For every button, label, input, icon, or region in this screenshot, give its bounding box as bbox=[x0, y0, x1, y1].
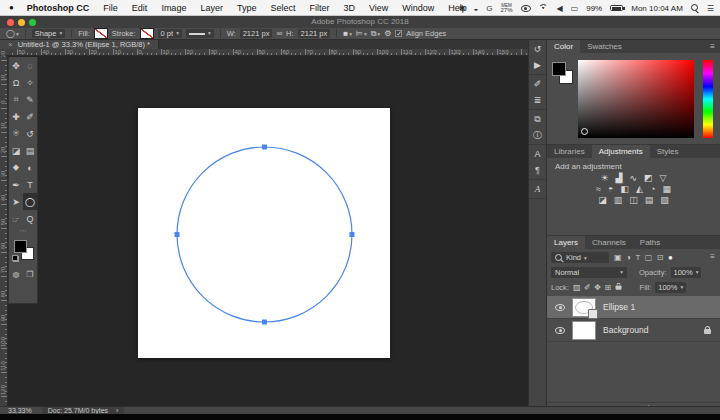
fill-swatch[interactable] bbox=[94, 28, 108, 39]
filter-smart-object-icon[interactable]: ⊡ bbox=[657, 253, 664, 262]
tab-color[interactable]: Color bbox=[547, 40, 580, 53]
move-tool[interactable]: ✥ bbox=[9, 57, 23, 74]
pasteboard[interactable] bbox=[8, 56, 528, 406]
menu-view[interactable]: View bbox=[362, 3, 395, 13]
menu-image[interactable]: Image bbox=[154, 3, 193, 13]
blend-mode-select[interactable]: Normal ▾ bbox=[551, 267, 627, 278]
eyedropper-tool[interactable]: ✎ bbox=[23, 91, 37, 108]
filter-adjustment-icon[interactable]: ◑ bbox=[626, 253, 631, 262]
path-alignment-button[interactable]: ⊨▾ bbox=[356, 29, 367, 38]
clone-source-panel-button[interactable]: ⧉ bbox=[529, 111, 546, 127]
path-arrangement-button[interactable]: ⧉▾ bbox=[371, 29, 380, 39]
tab-paths[interactable]: Paths bbox=[633, 236, 667, 249]
notification-center-icon[interactable]: ☰ bbox=[707, 4, 714, 13]
quick-mask-button[interactable]: ◍ bbox=[12, 270, 19, 279]
elliptical-marquee-tool[interactable]: ◌ bbox=[23, 57, 37, 74]
ellipse-shape[interactable] bbox=[138, 108, 390, 358]
path-selection-tool[interactable]: ➤ bbox=[9, 193, 23, 210]
hue-slider[interactable] bbox=[703, 60, 713, 138]
lock-all-icon[interactable] bbox=[615, 285, 621, 289]
crop-tool[interactable]: ⌗ bbox=[9, 91, 23, 108]
pen-tool[interactable]: ✒ bbox=[9, 176, 23, 193]
channel-mixer-adjustment-button[interactable]: ◔ bbox=[650, 184, 655, 195]
tab-adjustments[interactable]: Adjustments bbox=[592, 145, 650, 158]
tab-styles[interactable]: Styles bbox=[650, 145, 686, 158]
camera-status-icon[interactable] bbox=[521, 5, 531, 12]
lock-transparency-icon[interactable]: ▨ bbox=[573, 283, 581, 292]
menu-edit[interactable]: Edit bbox=[125, 3, 155, 13]
lock-paint-icon[interactable]: ✐ bbox=[584, 283, 591, 292]
lock-artboard-icon[interactable]: ⊞ bbox=[604, 283, 611, 292]
black-white-adjustment-button[interactable]: ◧ bbox=[621, 184, 630, 195]
edit-toolbar-button[interactable]: ⋯ bbox=[9, 227, 37, 235]
menu-filter[interactable]: Filter bbox=[302, 3, 336, 13]
layer-thumbnail[interactable] bbox=[572, 298, 596, 317]
exposure-adjustment-button[interactable]: ◩ bbox=[644, 173, 653, 184]
battery-icon[interactable] bbox=[610, 5, 623, 11]
type-tool[interactable]: T bbox=[23, 176, 37, 193]
history-panel-button[interactable]: ↺ bbox=[529, 41, 546, 57]
character-panel-button[interactable]: A bbox=[529, 146, 546, 162]
info-panel-button[interactable]: ⓘ bbox=[529, 127, 546, 143]
clone-stamp-tool[interactable]: ⍟ bbox=[9, 125, 23, 142]
status-app-icon-2[interactable]: ◒ bbox=[473, 4, 478, 13]
anchor-left[interactable] bbox=[175, 232, 180, 237]
glyphs-panel-button[interactable]: A bbox=[529, 181, 546, 197]
layer-row-background[interactable]: Background bbox=[547, 319, 720, 342]
blur-tool[interactable]: ⬥ bbox=[9, 159, 23, 176]
document-size-indicator[interactable]: Doc: 25.7M/0 bytes › bbox=[42, 407, 125, 414]
shape-height-input[interactable]: 2121 px bbox=[298, 29, 331, 38]
screen-mode-button[interactable]: ❐ bbox=[26, 270, 33, 279]
stroke-type-select[interactable]: ▾ bbox=[186, 29, 214, 38]
brushes-panel-button[interactable]: ≣ bbox=[529, 92, 546, 108]
anchor-bottom[interactable] bbox=[262, 320, 267, 325]
hue-saturation-adjustment-button[interactable]: ≈ bbox=[596, 184, 601, 195]
tab-channels[interactable]: Channels bbox=[585, 236, 633, 249]
ruler-horizontal[interactable]: 5040302010010203040506070809010011012013… bbox=[8, 49, 528, 56]
tool-preset-picker[interactable]: ◯ ▾ bbox=[6, 29, 19, 38]
visibility-toggle[interactable] bbox=[555, 327, 565, 334]
zoom-level[interactable]: 33.33% bbox=[8, 407, 32, 414]
saturation-brightness-field[interactable] bbox=[578, 60, 694, 138]
color-balance-adjustment-button[interactable]: ◓ bbox=[608, 184, 613, 195]
spotlight-icon[interactable] bbox=[691, 4, 699, 12]
color-lookup-adjustment-button[interactable]: ▦ bbox=[662, 184, 671, 195]
chevron-right-icon[interactable]: › bbox=[116, 407, 118, 414]
lock-position-icon[interactable]: ✥ bbox=[594, 283, 601, 292]
photo-filter-adjustment-button[interactable]: ◭ bbox=[636, 184, 643, 195]
filter-toggle-icon[interactable]: ● bbox=[668, 253, 673, 262]
opacity-select[interactable]: 100% ▾ bbox=[671, 267, 702, 278]
quick-selection-tool[interactable]: ✧ bbox=[23, 74, 37, 91]
align-edges-checkbox[interactable] bbox=[395, 30, 402, 37]
actions-panel-button[interactable]: ▶ bbox=[529, 57, 546, 73]
menu-photoshop-cc[interactable]: Photoshop CC bbox=[20, 3, 97, 13]
geometry-options-button[interactable]: ⚙ bbox=[384, 29, 391, 38]
color-fg-bg-swatches[interactable] bbox=[552, 62, 574, 84]
tab-layers[interactable]: Layers bbox=[547, 236, 585, 249]
status-app-icon-3[interactable]: G bbox=[486, 4, 492, 13]
status-app-icon-1[interactable]: ✱ bbox=[459, 4, 466, 13]
ruler-vertical[interactable]: 20100102030405060708090100110120 bbox=[0, 56, 8, 406]
menu-3d[interactable]: 3D bbox=[336, 3, 362, 13]
invert-adjustment-button[interactable]: ◪ bbox=[598, 195, 607, 206]
color-cursor[interactable] bbox=[581, 128, 588, 135]
panel-menu-icon[interactable]: ≡ bbox=[710, 40, 715, 53]
dodge-tool[interactable]: ◐ bbox=[23, 159, 37, 176]
filter-kind-select[interactable]: Kind ▾ bbox=[551, 252, 609, 263]
layer-row-ellipse-1[interactable]: Ellipse 1 bbox=[547, 296, 720, 319]
zoom-tool[interactable]: Q bbox=[23, 210, 37, 227]
path-operations-button[interactable]: ■▾ bbox=[343, 29, 352, 38]
tool-mode-select[interactable]: Shape ▾ bbox=[32, 29, 65, 38]
vibrance-adjustment-button[interactable]: ▽ bbox=[660, 173, 667, 184]
foreground-color-swatch[interactable] bbox=[14, 240, 27, 253]
brush-tool[interactable]: ✐ bbox=[23, 108, 37, 125]
lasso-tool[interactable]: Ω bbox=[9, 74, 23, 91]
anchor-top[interactable] bbox=[262, 145, 267, 150]
brightness-contrast-adjustment-button[interactable]: ☀ bbox=[601, 173, 609, 184]
canvas[interactable] bbox=[138, 108, 390, 358]
threshold-adjustment-button[interactable]: ◫ bbox=[629, 195, 638, 206]
stroke-width-select[interactable]: 0 pt ▾ bbox=[158, 29, 182, 38]
paragraph-panel-button[interactable]: ¶ bbox=[529, 162, 546, 178]
volume-icon[interactable]: ◀ bbox=[557, 4, 563, 13]
default-colors-icon[interactable] bbox=[12, 255, 19, 262]
